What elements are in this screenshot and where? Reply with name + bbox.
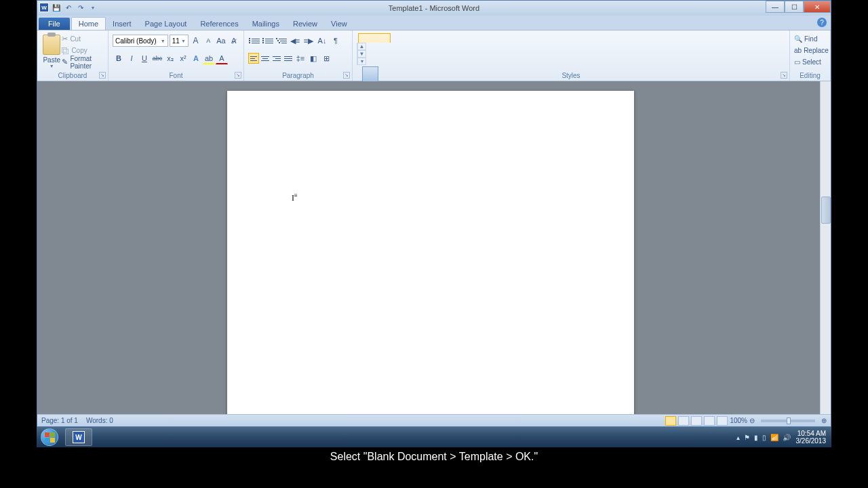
font-color-button[interactable]: A (216, 52, 228, 64)
tab-home[interactable]: Home (71, 17, 106, 30)
tab-references[interactable]: References (193, 18, 245, 30)
network-icon[interactable]: ▮ (754, 434, 758, 441)
style-intense-e-[interactable]: AaBbCcDcIntense E... (624, 33, 656, 43)
increase-indent-button[interactable]: ≡▶ (302, 35, 315, 47)
zoom-in-button[interactable]: ⊕ (821, 417, 827, 424)
full-screen-view[interactable] (678, 416, 689, 426)
select-button[interactable]: ▭Select (794, 56, 826, 68)
decrease-indent-button[interactable]: ◀≡ (289, 35, 301, 47)
ribbon-tabs: File Home Insert Page Layout References … (37, 16, 831, 30)
draft-view[interactable] (717, 416, 728, 426)
highlight-button[interactable]: ab (203, 52, 215, 64)
brush-icon (62, 58, 68, 66)
tab-mailings[interactable]: Mailings (245, 18, 286, 30)
page-indicator[interactable]: Page: 1 of 1 (41, 417, 78, 424)
replace-button[interactable]: abReplace (794, 45, 826, 56)
redo-icon[interactable]: ↷ (75, 2, 86, 13)
styles-label: Styles (353, 72, 789, 79)
maximize-button[interactable]: ☐ (785, 1, 804, 13)
select-icon: ▭ (794, 58, 800, 66)
tab-insert[interactable]: Insert (106, 18, 138, 30)
qat-customize-icon[interactable]: ▼ (87, 2, 98, 13)
grow-font-button[interactable]: A (190, 35, 201, 47)
change-case-button[interactable]: Aa (216, 35, 227, 47)
clock[interactable]: 10:54 AM 3/26/2013 (796, 430, 827, 445)
save-icon[interactable]: 💾 (51, 2, 62, 13)
word-taskbar-icon: W (73, 431, 85, 443)
styles-launcher[interactable]: ↘ (781, 72, 787, 79)
tab-review[interactable]: Review (286, 18, 324, 30)
word-icon: W (39, 2, 50, 13)
font-size-combo[interactable]: 11▼ (170, 35, 189, 47)
tab-page-layout[interactable]: Page Layout (138, 18, 194, 30)
subscript-button[interactable]: x₂ (164, 52, 176, 64)
zoom-slider[interactable] (761, 420, 815, 422)
outline-view[interactable] (704, 416, 715, 426)
paste-icon (43, 35, 60, 55)
vertical-scrollbar[interactable] (820, 81, 831, 414)
numbering-button[interactable] (262, 35, 274, 47)
tray-chevron-icon[interactable]: ▴ (736, 434, 740, 441)
font-name-combo[interactable]: Calibri (Body)▼ (113, 35, 168, 47)
tab-file[interactable]: File (39, 18, 70, 30)
italic-button[interactable]: I (125, 52, 138, 64)
show-marks-button[interactable]: ¶ (330, 35, 342, 47)
justify-button[interactable] (283, 53, 294, 64)
paste-button[interactable]: Paste ▼ (41, 32, 62, 71)
scrollbar-thumb[interactable] (821, 197, 831, 224)
undo-icon[interactable]: ↶ (63, 2, 74, 13)
shading-button[interactable]: ◧ (307, 52, 319, 64)
title-text: Template1 - Microsoft Word (389, 4, 479, 12)
tab-view[interactable]: View (324, 18, 354, 30)
align-center-button[interactable] (260, 53, 271, 64)
bold-button[interactable]: B (113, 52, 125, 64)
sort-button[interactable]: A↓ (316, 35, 328, 47)
cut-button[interactable]: Cut (62, 33, 104, 45)
style-title[interactable]: AaBTitle (491, 33, 524, 43)
close-button[interactable]: ✕ (804, 1, 831, 13)
help-icon[interactable]: ? (817, 18, 827, 27)
style-subtitle[interactable]: AaBbCc.Subtitle (524, 33, 557, 43)
style-heading-2[interactable]: AaBbCcHeading 2 (458, 33, 490, 43)
style-strong[interactable]: AaBbCcDcStrong (657, 33, 690, 43)
style-scroll[interactable]: ▲▼▾ (357, 43, 366, 65)
clear-formatting-button[interactable]: A̷ (228, 35, 239, 47)
format-painter-button[interactable]: Format Painter (62, 56, 104, 68)
style-gallery: AaBbCcDc¶ NormalAaBbCcDc¶ No Spaci...AaB… (357, 32, 785, 43)
find-button[interactable]: 🔍Find (794, 33, 826, 45)
web-layout-view[interactable] (691, 416, 702, 426)
style--no-spaci-[interactable]: AaBbCcDc¶ No Spaci... (391, 33, 424, 43)
volume-icon[interactable]: 🔊 (783, 434, 791, 441)
text-effects-button[interactable]: A (190, 52, 202, 64)
taskbar-word[interactable]: W (65, 428, 92, 446)
shrink-font-button[interactable]: A (203, 35, 214, 47)
strikethrough-button[interactable]: abc (151, 52, 163, 64)
battery-icon[interactable]: ▯ (762, 434, 766, 441)
style-emphasis[interactable]: AaBbCcDcEmphasis (591, 33, 623, 43)
style--normal[interactable]: AaBbCcDc¶ Normal (358, 33, 391, 43)
wifi-icon[interactable]: 📶 (770, 434, 778, 441)
bullets-button[interactable] (248, 35, 260, 47)
flag-icon[interactable]: ⚑ (744, 434, 750, 441)
style-subtle-em-[interactable]: AaBbCcDcSubtle Em... (557, 33, 590, 43)
line-spacing-button[interactable]: ‡≡ (294, 52, 307, 64)
clipboard-launcher[interactable]: ↘ (99, 72, 106, 79)
word-count[interactable]: Words: 0 (86, 417, 113, 424)
borders-button[interactable]: ⊞ (320, 52, 332, 64)
align-left-button[interactable] (248, 53, 259, 64)
document-page[interactable]: I≡ (227, 91, 634, 414)
editing-label: Editing (790, 72, 830, 79)
zoom-level[interactable]: 100% (730, 417, 747, 424)
minimize-button[interactable]: — (766, 1, 785, 13)
paragraph-launcher[interactable]: ↘ (343, 72, 350, 79)
text-cursor: I≡ (292, 192, 298, 203)
start-button[interactable] (37, 427, 62, 447)
multilevel-list-button[interactable] (275, 35, 288, 47)
superscript-button[interactable]: x² (177, 52, 189, 64)
font-launcher[interactable]: ↘ (235, 72, 241, 79)
align-right-button[interactable] (271, 53, 282, 64)
style-quote[interactable]: AaBbCcDcQuote (690, 33, 723, 43)
zoom-out-button[interactable]: ⊖ (749, 417, 755, 424)
print-layout-view[interactable] (665, 416, 676, 426)
underline-button[interactable]: U (138, 52, 151, 64)
